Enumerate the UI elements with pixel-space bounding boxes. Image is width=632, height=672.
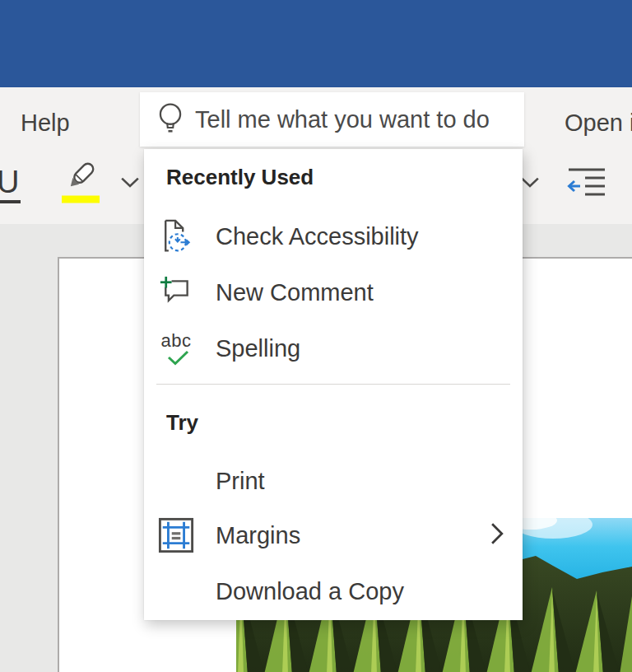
search-placeholder: Tell me what you want to do [195, 106, 490, 133]
highlight-dropdown-button[interactable] [120, 176, 140, 192]
menu-item-label: Spelling [216, 335, 300, 362]
titlebar [0, 0, 632, 87]
chevron-down-icon [120, 176, 140, 189]
menu-item-label: Margins [216, 522, 300, 549]
menu-item-new-comment[interactable]: New Comment [144, 264, 523, 320]
text-highlight-icon [61, 158, 104, 206]
spelling-abc-text: abc [161, 332, 192, 350]
chevron-down-icon [520, 176, 540, 189]
menu-item-label: Check Accessibility [216, 223, 419, 250]
underline-button[interactable]: U [0, 165, 21, 203]
empty-icon-slot [157, 572, 195, 611]
menu-item-label: New Comment [216, 279, 374, 306]
empty-icon-slot [157, 461, 195, 501]
tell-me-dropdown: Recently Used Check Accessibility New Co… [144, 149, 523, 620]
accessibility-checker-icon [157, 217, 195, 256]
new-comment-icon [157, 273, 195, 312]
decrease-indent-button[interactable] [566, 165, 607, 206]
submenu-chevron-right-icon [490, 522, 504, 548]
lightbulb-icon [156, 102, 184, 137]
menu-item-spelling[interactable]: abc Spelling [144, 320, 523, 376]
menu-item-download-a-copy[interactable]: Download a Copy [144, 564, 523, 618]
menu-item-label: Print [216, 468, 265, 495]
styles-dropdown-button[interactable] [520, 176, 540, 192]
menu-item-label: Download a Copy [216, 578, 404, 605]
tab-help[interactable]: Help [21, 107, 70, 138]
menu-item-print[interactable]: Print [144, 454, 523, 508]
margins-icon [157, 516, 195, 555]
decrease-indent-icon [566, 165, 607, 203]
menu-item-check-accessibility[interactable]: Check Accessibility [144, 208, 523, 264]
section-header-recently-used: Recently Used [166, 162, 314, 192]
spelling-check-icon: abc [157, 329, 195, 368]
menu-item-margins[interactable]: Margins [144, 508, 523, 562]
text-highlight-button[interactable] [61, 158, 104, 209]
tell-me-search-input[interactable]: Tell me what you want to do [140, 92, 524, 147]
menu-divider [156, 384, 510, 385]
section-header-try: Try [166, 408, 198, 437]
open-in-button[interactable]: Open i [565, 107, 632, 138]
